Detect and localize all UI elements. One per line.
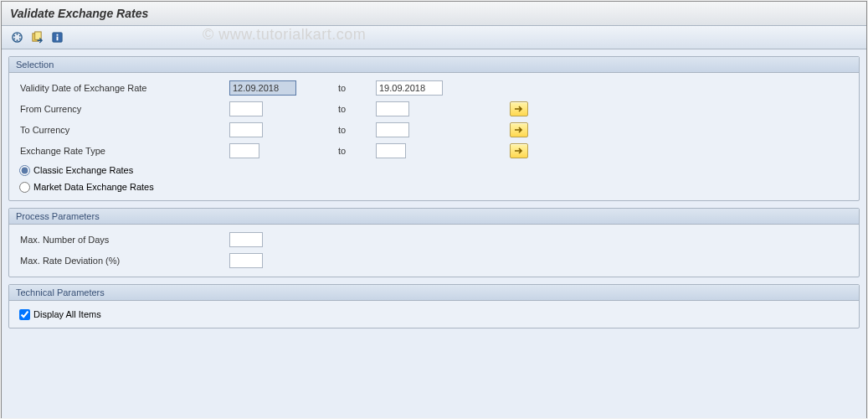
classic-rates-radio[interactable] xyxy=(19,165,30,176)
from-currency-multiselect-button[interactable] xyxy=(510,101,528,116)
max-deviation-input[interactable] xyxy=(229,253,263,268)
to-currency-multiselect-button[interactable] xyxy=(510,122,528,137)
process-group-title: Process Parameters xyxy=(9,209,859,225)
toolbar xyxy=(2,26,866,49)
svg-point-4 xyxy=(16,39,18,41)
display-all-checkbox[interactable] xyxy=(19,309,30,320)
content-area: © www.tutorialkart.com Selection Validit… xyxy=(2,49,866,418)
technical-group: Technical Parameters Display All Items xyxy=(8,284,860,328)
selection-group-title: Selection xyxy=(9,57,859,73)
validity-date-from-input[interactable] xyxy=(229,80,296,96)
to-currency-to-label: to xyxy=(313,125,376,135)
from-currency-to-input[interactable] xyxy=(376,101,409,116)
arrow-right-icon xyxy=(514,126,524,134)
info-button[interactable] xyxy=(49,29,65,46)
from-currency-label: From Currency xyxy=(16,101,229,116)
arrow-right-icon xyxy=(514,105,524,113)
svg-point-6 xyxy=(13,35,15,37)
to-currency-to-input[interactable] xyxy=(376,122,409,137)
execute-icon xyxy=(11,31,23,44)
classic-rates-label: Classic Exchange Rates xyxy=(33,165,133,175)
validity-date-label: Validity Date of Exchange Rate xyxy=(16,80,229,96)
market-rates-label: Market Data Exchange Rates xyxy=(33,182,154,192)
info-icon xyxy=(51,31,64,44)
technical-group-title: Technical Parameters xyxy=(9,285,859,301)
exchange-rate-type-multiselect-button[interactable] xyxy=(510,143,528,158)
arrow-right-icon xyxy=(514,147,524,155)
exchange-rate-type-label: Exchange Rate Type xyxy=(16,143,229,158)
exchange-rate-type-to-input[interactable] xyxy=(376,143,406,158)
svg-rect-10 xyxy=(56,34,58,36)
svg-point-1 xyxy=(16,34,18,35)
to-currency-label: To Currency xyxy=(16,122,229,137)
to-currency-from-input[interactable] xyxy=(229,122,263,137)
get-variant-button[interactable] xyxy=(28,29,45,46)
exchange-rate-type-to-label: to xyxy=(313,146,376,156)
get-variant-icon xyxy=(31,31,44,44)
svg-point-5 xyxy=(13,38,15,39)
max-days-input[interactable] xyxy=(229,232,263,247)
market-rates-radio[interactable] xyxy=(19,182,30,193)
display-all-label: Display All Items xyxy=(33,309,101,319)
validity-date-to-input[interactable] xyxy=(376,80,443,96)
max-deviation-label: Max. Rate Deviation (%) xyxy=(16,253,229,268)
execute-button[interactable] xyxy=(8,29,25,46)
from-currency-from-input[interactable] xyxy=(229,101,263,116)
page-title: Validate Exchange Rates xyxy=(2,2,866,26)
svg-rect-11 xyxy=(56,37,58,41)
process-group: Process Parameters Max. Number of Days M… xyxy=(8,208,860,277)
selection-group: Selection Validity Date of Exchange Rate… xyxy=(8,56,860,201)
from-currency-to-label: to xyxy=(313,104,376,114)
max-days-label: Max. Number of Days xyxy=(16,232,229,247)
validity-date-to-label: to xyxy=(313,83,376,93)
exchange-rate-type-from-input[interactable] xyxy=(229,143,259,158)
svg-point-2 xyxy=(18,35,20,37)
svg-point-3 xyxy=(18,38,20,39)
main-window: Validate Exchange Rates xyxy=(1,1,867,418)
